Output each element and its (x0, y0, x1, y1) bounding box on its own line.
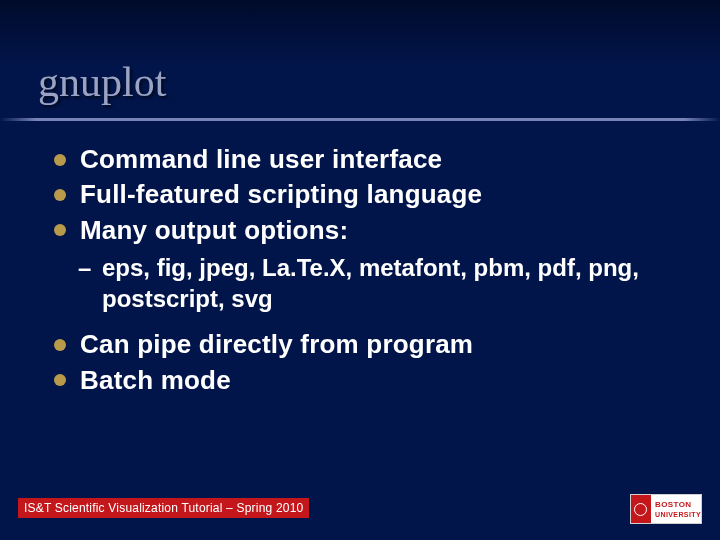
boston-university-logo: BOSTON UNIVERSITY (630, 494, 702, 524)
title-area: gnuplot (0, 0, 720, 106)
bullet-list: Command line user interface Full-feature… (54, 143, 672, 247)
logo-text: BOSTON UNIVERSITY (651, 495, 701, 523)
sub-bullet-list: eps, fig, jpeg, La.Te.X, metafont, pbm, … (54, 253, 672, 314)
bullet-item: Batch mode (54, 364, 672, 397)
sub-bullet-item: eps, fig, jpeg, La.Te.X, metafont, pbm, … (54, 253, 672, 314)
footer-banner: IS&T Scientific Visualization Tutorial –… (18, 498, 309, 518)
bullet-item: Can pipe directly from program (54, 328, 672, 361)
content-area: Command line user interface Full-feature… (0, 121, 720, 397)
bullet-item: Command line user interface (54, 143, 672, 176)
bullet-list: Can pipe directly from program Batch mod… (54, 328, 672, 397)
logo-seal-block (631, 495, 651, 523)
bullet-item: Many output options: (54, 214, 672, 247)
logo-line-2: UNIVERSITY (655, 511, 701, 518)
logo-line-1: BOSTON (655, 501, 691, 509)
bullet-item: Full-featured scripting language (54, 178, 672, 211)
seal-icon (634, 503, 647, 516)
slide-title: gnuplot (38, 58, 720, 106)
